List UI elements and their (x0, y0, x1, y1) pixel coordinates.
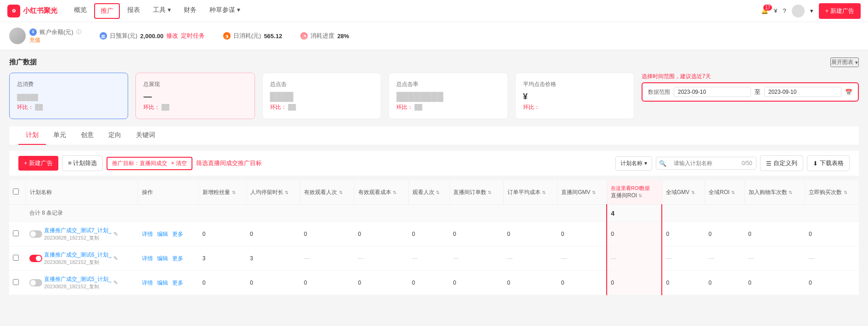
date-range-label: 数据范围 (648, 88, 670, 96)
top-nav: ✿ 小红书聚光 概览 推广 报表 工具 ▾ 财务 种草参谋 ▾ 🔔 17 ¥ ?… (0, 0, 868, 22)
filter-clear-btn[interactable]: × (171, 160, 174, 166)
stat-avg-cpc-value: ¥ (523, 92, 626, 102)
nav-promote[interactable]: 推广 (94, 3, 120, 19)
help-icon[interactable]: ? (783, 7, 786, 14)
download-icon: ⬇ (813, 160, 818, 167)
sort-all-gmv[interactable]: ⇅ (691, 190, 695, 195)
sort-buy-now[interactable]: ⇅ (844, 190, 847, 195)
row1-toggle[interactable] (29, 230, 42, 238)
summary-valid-cost (354, 205, 408, 222)
row3-live-gmv: 0 (558, 271, 607, 295)
recharge-link[interactable]: 充值 (29, 37, 40, 43)
stat-total-impression-label: 总展现 (143, 80, 247, 88)
custom-col-btn[interactable]: ☰ 自定义列 (760, 155, 803, 171)
row2-plan-name: 直播推广成交_测试6_计划_ 20230828_182152_复制 ✎ (26, 246, 138, 271)
budget-icon: ▦ (100, 32, 107, 40)
plan-name-select[interactable]: 计划名称 ▾ (615, 156, 652, 171)
nav-report[interactable]: 报表 (122, 3, 146, 19)
filter-btn[interactable]: ≡ 计划筛选 (62, 155, 103, 171)
row2-more-link[interactable]: 更多 (172, 255, 183, 262)
balance-icon: ¥ (29, 29, 37, 36)
summary-label: 合计 8 条记录 (26, 205, 138, 222)
sort-live-gmv[interactable]: ⇅ (592, 190, 596, 195)
row2-edit-icon[interactable]: ✎ (113, 255, 118, 262)
sort-valid-cost[interactable]: ⇅ (393, 190, 396, 195)
row2-detail-link[interactable]: 详情 (142, 255, 153, 262)
tab-creative[interactable]: 创意 (73, 126, 101, 145)
chevron-down-icon[interactable]: ▾ (810, 7, 813, 14)
stat-total-ctr-sub: 环比： ██ (396, 103, 500, 111)
tab-keyword[interactable]: 关键词 (129, 126, 163, 145)
download-btn[interactable]: ⬇ 下载表格 (807, 155, 850, 171)
sort-all-roi[interactable]: ⇅ (731, 190, 735, 195)
stat-total-spend-sub: 环比： ██ (17, 103, 120, 111)
sort-live-orders[interactable]: ⇅ (488, 190, 491, 195)
nav-finance[interactable]: 财务 (178, 3, 202, 19)
spend-progress-value: 28% (337, 33, 349, 40)
stat-total-clicks-label: 总点击 (270, 80, 373, 88)
progress-icon: ◔ (300, 32, 308, 40)
row3-detail-link[interactable]: 详情 (142, 280, 153, 286)
row1-edit-link[interactable]: 编辑 (157, 231, 168, 237)
date-to-input[interactable] (764, 87, 841, 97)
row3-more-link[interactable]: 更多 (172, 280, 183, 286)
tabs-row: 计划 单元 创意 定向 关键词 (9, 126, 859, 145)
filter-clear-label[interactable]: 清空 (176, 160, 187, 167)
stat-total-ctr: 总点击率 ████████ 环比： ██ (389, 73, 507, 119)
schedule-link[interactable]: 定时任务 (181, 32, 205, 40)
row3-plan-name-text[interactable]: 直播推广成交_测试5_计划_ (44, 275, 112, 283)
row2-checkbox-input[interactable] (13, 255, 19, 261)
row1-checkbox-input[interactable] (13, 230, 19, 236)
row3-checkbox (9, 271, 26, 295)
row1-edit-icon[interactable]: ✎ (113, 231, 118, 237)
summary-action (138, 205, 199, 222)
sort-viewers[interactable]: ⇅ (436, 190, 440, 195)
row3-actions: 详情 编辑 更多 (138, 271, 199, 295)
new-ad-btn[interactable]: + 新建广告 (18, 156, 58, 171)
tab-plan[interactable]: 计划 (18, 126, 46, 145)
date-from-input[interactable] (674, 87, 751, 97)
row1-plan-name-text[interactable]: 直播推广成交_测试7_计划_ (44, 227, 112, 234)
new-ad-button[interactable]: + 新建广告 (819, 3, 861, 19)
nav-seed[interactable]: 种草参谋 ▾ (204, 3, 246, 19)
row3-edit-link[interactable]: 编辑 (157, 280, 168, 286)
tab-unit[interactable]: 单元 (46, 126, 73, 145)
row3-edit-icon[interactable]: ✎ (113, 280, 118, 286)
expand-chart-btn[interactable]: 展开图表 ▾ (830, 57, 859, 67)
row1-more-link[interactable]: 更多 (172, 231, 183, 237)
sort-avg-stay[interactable]: ⇅ (285, 190, 288, 195)
tab-targeting[interactable]: 定向 (101, 126, 129, 145)
row1-detail-link[interactable]: 详情 (142, 231, 153, 237)
spend-progress-item: ◔ 消耗进度 28% (300, 32, 349, 40)
stat-total-clicks-value: ████ (270, 92, 373, 102)
sort-cart-clicks[interactable]: ⇅ (789, 190, 792, 195)
campaigns-table: 计划名称 操作 新增粉丝量 ⇅ 人均停留时长 ⇅ 有效观看人次 ⇅ 有效观看成本… (9, 180, 859, 295)
row2-all-gmv: — (662, 246, 705, 271)
row3-toggle[interactable] (29, 279, 42, 286)
avatar[interactable] (792, 5, 805, 17)
row3-all-gmv: 0 (662, 271, 705, 295)
select-all-checkbox[interactable] (13, 189, 19, 194)
row2-valid-views: — (300, 246, 355, 271)
chevron-down-icon: ▾ (644, 160, 647, 166)
calendar-icon[interactable]: 📅 (845, 89, 852, 96)
summary-live-gmv (558, 205, 607, 222)
modify-link[interactable]: 修改 (166, 32, 178, 40)
sort-new-fans[interactable]: ⇅ (232, 190, 236, 195)
nav-overview[interactable]: 概览 (68, 3, 92, 19)
sort-valid-views[interactable]: ⇅ (339, 190, 343, 195)
summary-all-roi (705, 205, 744, 222)
row2-toggle[interactable] (29, 255, 42, 262)
filter-hint: 筛选直播间成交推广目标 (196, 159, 262, 167)
sort-avg-order-cost[interactable]: ⇅ (542, 190, 546, 195)
nav-tools[interactable]: 工具 ▾ (147, 3, 176, 19)
row3-checkbox-input[interactable] (13, 279, 19, 285)
row3-valid-cost: 0 (354, 271, 408, 295)
row2-plan-name-text[interactable]: 直播推广成交_测试6_计划_ (44, 251, 112, 259)
notification-bell[interactable]: 🔔 17 (761, 7, 768, 14)
row2-actions: 详情 编辑 更多 (138, 246, 199, 271)
summary-avg-stay (246, 205, 300, 222)
search-input[interactable] (669, 157, 738, 169)
row2-edit-link[interactable]: 编辑 (157, 255, 168, 262)
sort-live-roi[interactable]: ⇅ (638, 193, 642, 198)
